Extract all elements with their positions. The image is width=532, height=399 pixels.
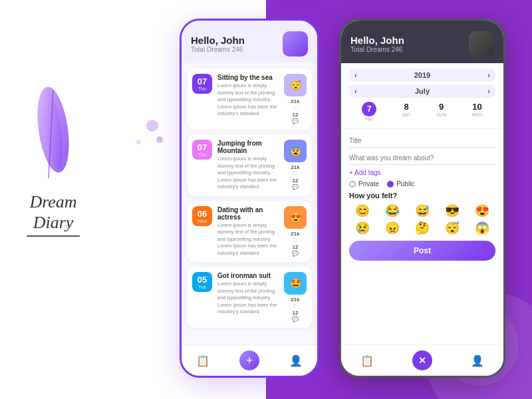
day-number: 07	[196, 142, 209, 152]
total-dreams-left: Total Dreams 246	[191, 46, 245, 53]
dream-content: Got ironman suit Lorem ipsum is simply d…	[217, 272, 279, 316]
emoji-button[interactable]: 😅	[409, 203, 436, 218]
public-label: Public	[396, 180, 414, 188]
date-badge: 07 Thu	[192, 140, 212, 160]
add-tags-label[interactable]: + Add tags	[349, 169, 495, 176]
stat-value: 21k	[291, 231, 299, 237]
dream-card[interactable]: 07 Thu Jumping from Mountain Lorem ipsum…	[187, 134, 312, 196]
stat-value-2: 12	[293, 244, 299, 250]
calendar-section: ‹ 2019 › ‹ July › 7 FRI 8 SAT 9 SUN 10 M…	[341, 63, 503, 129]
day-lbl: MON	[471, 112, 482, 117]
cal-day[interactable]: 7 FRI	[362, 102, 376, 122]
dream-stats: 21k ♡ 12 💬	[291, 297, 299, 323]
emoji-button[interactable]: 😴	[438, 221, 466, 235]
date-badge: 05 Tue	[192, 272, 212, 292]
dream-list: 07 Thu Sitting by the sea Lorem ipsum is…	[182, 63, 317, 344]
nav-add-button[interactable]: +	[239, 350, 259, 370]
greeting-left: Hello, John	[191, 35, 245, 46]
avatar-left	[283, 31, 308, 57]
emoji-button[interactable]: 🤔	[409, 221, 436, 235]
nav-close-button[interactable]: ✕	[412, 350, 432, 370]
month-prev-arrow[interactable]: ‹	[354, 87, 357, 95]
day-of-week: Thu	[196, 86, 209, 91]
header-text-right: Hello, John Total Dreams 246	[350, 35, 404, 53]
nav-list-icon[interactable]: 📋	[196, 354, 209, 367]
nav-profile-icon-right[interactable]: 👤	[471, 354, 484, 367]
phone-left: Hello, John Total Dreams 246 07 Thu Sitt…	[180, 19, 319, 378]
cal-day[interactable]: 8 SAT	[402, 102, 411, 122]
emoji-button[interactable]: 😂	[379, 203, 406, 218]
avatar-right	[469, 31, 494, 57]
year-label: 2019	[414, 71, 430, 79]
dream-desc-input[interactable]	[349, 152, 495, 165]
year-next-arrow[interactable]: ›	[487, 71, 490, 79]
dream-stats: 21k ♡ 12 💬	[291, 98, 299, 124]
stat-value-2: 12	[293, 178, 299, 184]
date-badge: 06 Wed	[192, 206, 212, 226]
dream-meta: 😍 21k ♡ 12 💬	[284, 206, 307, 257]
public-option[interactable]: Public	[387, 180, 414, 188]
comment-icon: 💬	[292, 317, 299, 323]
dream-title: Dating with an actress	[217, 206, 279, 221]
stat-value: 21k	[291, 164, 299, 170]
private-option[interactable]: Private	[349, 180, 379, 188]
day-num: 7	[362, 102, 376, 116]
post-button[interactable]: Post	[349, 241, 495, 261]
deco-circle-2	[156, 136, 163, 143]
private-radio[interactable]	[349, 181, 356, 188]
day-num: 9	[439, 102, 444, 112]
emoji-button[interactable]: 😎	[438, 203, 466, 218]
day-lbl: SUN	[436, 112, 446, 117]
day-lbl: FRI	[366, 117, 373, 122]
emoji-button[interactable]: 😍	[468, 203, 495, 218]
dream-thumb: 🤩	[284, 272, 307, 295]
day-of-week: Wed	[196, 219, 209, 223]
stat-value: 21k	[291, 297, 299, 303]
dream-content: Jumping from Mountain Lorem ipsum is sim…	[217, 140, 279, 191]
dream-thumb: 😴	[284, 74, 307, 96]
day-number: 06	[196, 209, 209, 219]
stat-icon: ♡	[293, 171, 297, 177]
nav-list-icon-right[interactable]: 📋	[360, 354, 374, 367]
phone-left-header: Hello, John Total Dreams 246	[182, 21, 317, 63]
privacy-row: Private Public	[349, 180, 495, 188]
month-label: July	[415, 87, 430, 95]
dream-card[interactable]: 06 Wed Dating with an actress Lorem ipsu…	[187, 201, 312, 263]
dream-desc: Lorem ipsum is simply dummy text of the …	[217, 156, 279, 191]
day-number: 07	[196, 76, 209, 86]
comment-icon: 💬	[292, 118, 299, 124]
title-input[interactable]	[349, 134, 495, 148]
year-prev-arrow[interactable]: ‹	[354, 71, 357, 79]
day-lbl: SAT	[402, 112, 411, 117]
days-row: 7 FRI 8 SAT 9 SUN 10 MON	[349, 100, 495, 123]
nav-profile-icon[interactable]: 👤	[289, 354, 303, 367]
day-of-week: Thu	[196, 152, 209, 157]
stat-value-2: 12	[293, 310, 299, 316]
stat-value-2: 12	[293, 112, 299, 118]
dream-meta: 😴 21k ♡ 12 💬	[284, 74, 307, 124]
dream-card[interactable]: 05 Tue Got ironman suit Lorem ipsum is s…	[187, 267, 312, 328]
emoji-button[interactable]: 😱	[468, 221, 495, 235]
dream-stats: 21k ♡ 12 💬	[291, 164, 299, 190]
cal-day[interactable]: 10 MON	[471, 102, 482, 122]
felt-label: How you felt?	[349, 192, 495, 200]
day-number: 05	[196, 275, 209, 285]
emoji-button[interactable]: 😢	[349, 221, 376, 235]
private-label: Private	[358, 180, 379, 188]
dream-desc: Lorem ipsum is simply dummy text of the …	[217, 222, 279, 257]
brand-title: Dream Diary	[29, 192, 76, 233]
deco-circle-3	[136, 140, 141, 144]
public-radio[interactable]	[387, 181, 394, 188]
cal-day[interactable]: 9 SUN	[436, 102, 446, 122]
dream-title: Sitting by the sea	[217, 74, 279, 81]
emoji-button[interactable]: 😠	[379, 221, 406, 235]
total-dreams-right: Total Dreams 246	[350, 46, 404, 53]
dream-meta: 😨 21k ♡ 12 💬	[284, 140, 307, 190]
feather-icon	[30, 80, 76, 186]
dream-thumb: 😍	[284, 206, 307, 229]
form-section: + Add tags Private Public How you felt? …	[341, 129, 503, 344]
month-next-arrow[interactable]: ›	[487, 87, 490, 95]
dream-card[interactable]: 07 Thu Sitting by the sea Lorem ipsum is…	[187, 68, 312, 130]
emoji-button[interactable]: 😊	[349, 203, 376, 218]
phone-right-body: ‹ 2019 › ‹ July › 7 FRI 8 SAT 9 SUN 10 M…	[341, 63, 503, 344]
